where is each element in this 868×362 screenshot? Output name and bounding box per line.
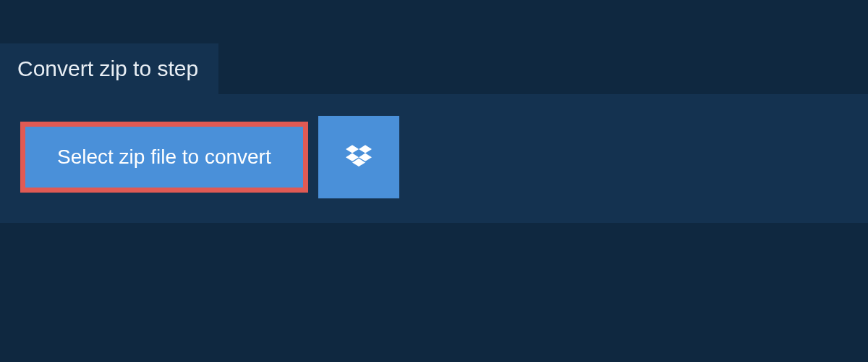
dropbox-button[interactable] bbox=[318, 116, 399, 198]
tab-title: Convert zip to step bbox=[17, 56, 198, 80]
select-file-button[interactable]: Select zip file to convert bbox=[20, 122, 308, 193]
upload-panel: Select zip file to convert bbox=[0, 94, 868, 223]
select-file-label: Select zip file to convert bbox=[57, 146, 271, 168]
page-tab: Convert zip to step bbox=[0, 43, 218, 94]
dropbox-icon bbox=[346, 143, 372, 172]
